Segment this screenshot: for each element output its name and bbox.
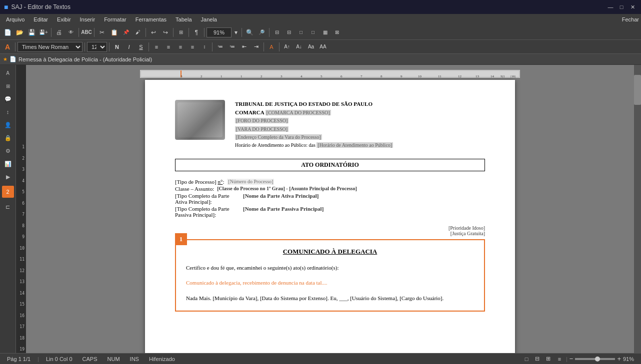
comm-body: Certifico e dou fé que, encaminhei o seg… xyxy=(186,263,474,303)
tool-8[interactable]: 📊 xyxy=(2,158,14,170)
right-scrollbar[interactable] xyxy=(634,65,641,353)
court-logo xyxy=(175,100,225,140)
format-sep-1 xyxy=(15,42,16,51)
align-center-button[interactable]: ≡ xyxy=(163,42,174,52)
line-spacing-button[interactable]: ↕ xyxy=(199,42,210,52)
tool-4[interactable]: ↕ xyxy=(2,106,14,118)
bold-button[interactable]: N xyxy=(112,42,122,52)
numbering-button[interactable]: ≔ xyxy=(226,42,238,52)
doc-area[interactable]: 3 2 1 1 2 3 4 5 6 7 8 9 10 11 12 13 14 S… xyxy=(26,65,634,353)
toolbar: 📄 📂 💾 💾+ 🖨 👁 ABC ✂ 📋 📌 🖌 ↩ ↪ ⊞ ¶ 91% ▾ 🔍… xyxy=(0,25,641,40)
minimize-button[interactable]: — xyxy=(606,2,615,11)
parte-passiva-value: [Nome da Parte Passiva Principal] xyxy=(243,206,324,218)
communication-box[interactable]: 1 COMUNICADO À DELEGACIA Certifico e dou… xyxy=(175,239,485,312)
zoom-thumb xyxy=(595,357,600,362)
prioridade-idoso: [Prioridade Idoso] xyxy=(175,225,485,231)
font-size-up-btn[interactable]: A↑ xyxy=(282,42,292,52)
close-button[interactable]: ✕ xyxy=(628,2,637,11)
pilcrow-button[interactable]: ¶ xyxy=(191,27,202,38)
view-page-btn[interactable]: □ xyxy=(522,355,531,364)
misc-btn-3[interactable]: □ xyxy=(296,27,306,38)
maximize-button[interactable]: □ xyxy=(617,2,626,11)
tool-bottom[interactable]: ⊏ xyxy=(2,201,14,213)
bullets-button[interactable]: ≔ xyxy=(214,42,226,52)
tool-6[interactable]: 🔒 xyxy=(2,132,14,144)
save-button[interactable]: 💾 xyxy=(26,27,37,38)
indent-button[interactable]: ⇥ xyxy=(250,42,262,52)
zoom-dropdown[interactable]: ▾ xyxy=(232,27,240,38)
search-replace-button[interactable]: 🔎 xyxy=(256,27,267,38)
redo-button[interactable]: ↪ xyxy=(160,27,171,38)
misc-btn-1[interactable]: ⊟ xyxy=(272,27,282,38)
view-book-btn[interactable]: ⊞ xyxy=(544,355,553,364)
toolbar-sep-2 xyxy=(78,28,79,37)
underline-button[interactable]: S xyxy=(136,42,146,52)
cut-button[interactable]: ✂ xyxy=(96,27,108,38)
misc-btn-5[interactable]: ▦ xyxy=(320,27,330,38)
toolbar-sep-1 xyxy=(51,28,52,37)
zoom-out-button[interactable]: − xyxy=(570,355,574,363)
view-2page-btn[interactable]: ⊟ xyxy=(533,355,542,364)
menu-ferramentas[interactable]: Ferramentas xyxy=(132,15,170,23)
menu-exibir[interactable]: Exibir xyxy=(53,15,75,23)
tool-1[interactable]: A xyxy=(2,67,14,79)
save-as-button[interactable]: 💾+ xyxy=(38,27,49,38)
tool-7[interactable]: ⚙ xyxy=(2,145,14,157)
format-painter[interactable]: 🖌 xyxy=(132,27,144,38)
menu-editar[interactable]: Editar xyxy=(30,15,52,23)
italic-button[interactable]: I xyxy=(124,42,134,52)
allcaps-btn[interactable]: AA xyxy=(318,42,328,52)
zoom-level: 91% xyxy=(623,356,637,362)
copy-button[interactable]: 📋 xyxy=(108,27,120,38)
tool-expand[interactable]: ▶ xyxy=(2,171,14,183)
breadcrumb-icon-doc: 📄 xyxy=(10,56,16,62)
font-name-select[interactable]: Times New Roman xyxy=(18,42,82,52)
ruler: 3 2 1 1 2 3 4 5 6 7 8 9 10 11 12 13 14 S… xyxy=(140,70,520,78)
comm-para-2: Nada Mais. [Município da Vara], [Data do… xyxy=(186,294,474,303)
outdent-button[interactable]: ⇤ xyxy=(238,42,250,52)
align-justify-button[interactable]: ≡ xyxy=(187,42,198,52)
undo-button[interactable]: ↩ xyxy=(148,27,159,38)
caps-btn[interactable]: Aa xyxy=(306,42,316,52)
print-button[interactable]: 🖨 xyxy=(54,27,64,38)
parte-ativa-value: [Nome da Parte Ativa Principal] xyxy=(243,193,319,205)
tool-2[interactable]: ⊞ xyxy=(2,80,14,92)
menu-inserir[interactable]: Inserir xyxy=(76,15,100,23)
comm-title: COMUNICADO À DELEGACIA xyxy=(186,248,474,256)
align-left-button[interactable]: ≡ xyxy=(151,42,162,52)
highlight-button[interactable]: A xyxy=(266,42,277,52)
tool-active-2[interactable]: 2 xyxy=(2,186,14,198)
misc-btn-2[interactable]: ⊟ xyxy=(284,27,294,38)
menu-janela[interactable]: Janela xyxy=(197,15,221,23)
menu-formatar[interactable]: Formatar xyxy=(100,15,130,23)
lin-col-status: Lin 0 Col 0 xyxy=(43,356,76,362)
classe-value: [Classe do Processo no 1º Grau] - [Assun… xyxy=(217,186,357,192)
zoom-input[interactable]: 91% xyxy=(206,27,232,37)
doc-page[interactable]: TRIBUNAL DE JUSTIÇA DO ESTADO DE SÃO PAU… xyxy=(145,80,515,353)
view-web-btn[interactable]: ≡ xyxy=(555,355,564,364)
menu-arquivo[interactable]: Arquivo xyxy=(2,15,28,23)
tool-5[interactable]: 👤 xyxy=(2,119,14,131)
preview-button[interactable]: 👁 xyxy=(66,27,76,38)
zoom-slider[interactable] xyxy=(575,358,615,360)
open-button[interactable]: 📂 xyxy=(14,27,25,38)
misc-btn-4[interactable]: □ xyxy=(308,27,318,38)
tool-3[interactable]: 💬 xyxy=(2,93,14,105)
comarca-value: [COMARCA DO PROCESSO] xyxy=(266,110,331,115)
format-bar: A Times New Roman 12 N I S ≡ ≡ ≡ ≡ ↕ ≔ ≔… xyxy=(0,40,641,54)
font-color-button[interactable]: A xyxy=(2,42,13,52)
menu-bar: Arquivo Editar Exibir Inserir Formatar F… xyxy=(0,14,641,25)
spell-button[interactable]: ABC xyxy=(81,27,92,38)
paste-button[interactable]: 📌 xyxy=(120,27,132,38)
zoom-in-button[interactable]: + xyxy=(617,355,621,363)
table-button[interactable]: ⊞ xyxy=(176,27,186,38)
fechar-link[interactable]: Fechar xyxy=(622,16,639,22)
font-size-dn-btn[interactable]: A↓ xyxy=(294,42,304,52)
scroll-thumb[interactable] xyxy=(634,75,641,105)
menu-tabela[interactable]: Tabela xyxy=(172,15,196,23)
font-size-select[interactable]: 12 xyxy=(87,42,107,52)
align-right-button[interactable]: ≡ xyxy=(175,42,186,52)
new-button[interactable]: 📄 xyxy=(2,27,13,38)
misc-btn-6[interactable]: ⊠ xyxy=(332,27,342,38)
search-button[interactable]: 🔍 xyxy=(244,27,255,38)
